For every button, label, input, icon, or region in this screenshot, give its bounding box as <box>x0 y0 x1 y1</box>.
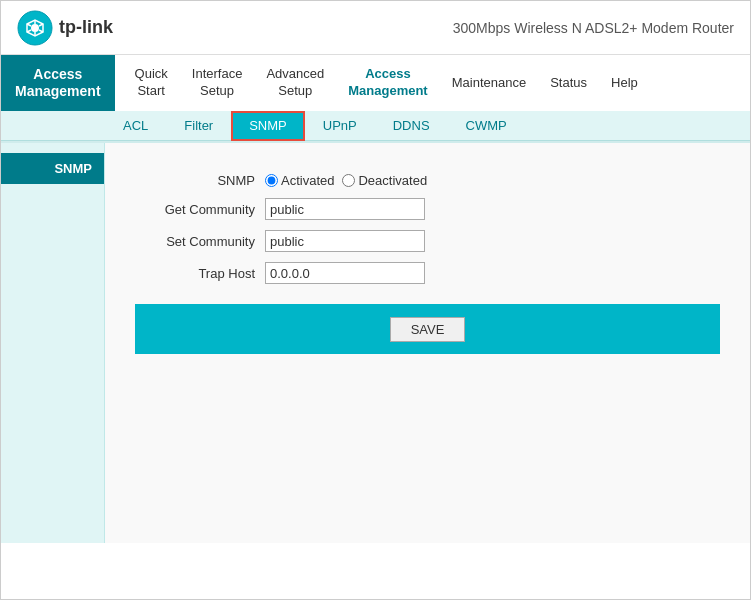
trap-host-label: Trap Host <box>135 266 255 281</box>
snmp-form: SNMP Activated Deactivated <box>135 173 720 284</box>
deactivated-label-text: Deactivated <box>358 173 427 188</box>
sub-nav-cwmp[interactable]: CWMP <box>448 111 525 141</box>
deactivated-radio[interactable] <box>342 174 355 187</box>
nav-item-help[interactable]: Help <box>599 71 650 96</box>
nav-item-maintenance[interactable]: Maintenance <box>440 71 538 96</box>
snmp-radio-row: SNMP Activated Deactivated <box>135 173 720 188</box>
trap-host-input[interactable] <box>265 262 425 284</box>
sidebar-snmp: SNMP <box>1 153 104 184</box>
nav-item-quick-start[interactable]: QuickStart <box>123 62 180 104</box>
footer-bar: SAVE <box>135 304 720 354</box>
content-wrapper: SNMP SNMP Activated <box>1 143 750 543</box>
nav-item-interface-setup[interactable]: InterfaceSetup <box>180 62 255 104</box>
snmp-field-label: SNMP <box>135 173 255 188</box>
set-community-row: Set Community <box>135 230 720 252</box>
sub-nav-upnp[interactable]: UPnP <box>305 111 375 141</box>
main-content: SNMP Activated Deactivated <box>105 143 750 543</box>
logo-text: tp-link <box>59 17 113 38</box>
tplink-logo-icon <box>17 10 53 46</box>
svg-point-1 <box>31 24 39 32</box>
set-community-label: Set Community <box>135 234 255 249</box>
activated-label-text: Activated <box>281 173 334 188</box>
get-community-row: Get Community <box>135 198 720 220</box>
trap-host-row: Trap Host <box>135 262 720 284</box>
activated-radio[interactable] <box>265 174 278 187</box>
sub-nav-snmp[interactable]: SNMP <box>231 111 305 141</box>
header: tp-link 300Mbps Wireless N ADSL2+ Modem … <box>1 1 750 55</box>
sub-nav-acl[interactable]: ACL <box>105 111 166 141</box>
nav-item-advanced-setup[interactable]: AdvancedSetup <box>254 62 336 104</box>
logo-area: tp-link <box>17 10 113 46</box>
save-button[interactable]: SAVE <box>390 317 466 342</box>
sub-nav-ddns[interactable]: DDNS <box>375 111 448 141</box>
get-community-input[interactable] <box>265 198 425 220</box>
snmp-radio-group: Activated Deactivated <box>265 173 427 188</box>
activated-radio-label[interactable]: Activated <box>265 173 334 188</box>
nav-active-label: AccessManagement <box>1 55 115 111</box>
set-community-input[interactable] <box>265 230 425 252</box>
nav-items: QuickStart InterfaceSetup AdvancedSetup … <box>115 55 750 111</box>
nav-item-access-management[interactable]: AccessManagement <box>336 62 439 104</box>
device-title: 300Mbps Wireless N ADSL2+ Modem Router <box>453 20 734 36</box>
sidebar: SNMP <box>1 143 105 543</box>
get-community-label: Get Community <box>135 202 255 217</box>
sub-nav-filter[interactable]: Filter <box>166 111 231 141</box>
nav-item-status[interactable]: Status <box>538 71 599 96</box>
sub-nav: ACL Filter SNMP UPnP DDNS CWMP <box>1 111 750 141</box>
deactivated-radio-label[interactable]: Deactivated <box>342 173 427 188</box>
main-nav: AccessManagement QuickStart InterfaceSet… <box>1 55 750 111</box>
